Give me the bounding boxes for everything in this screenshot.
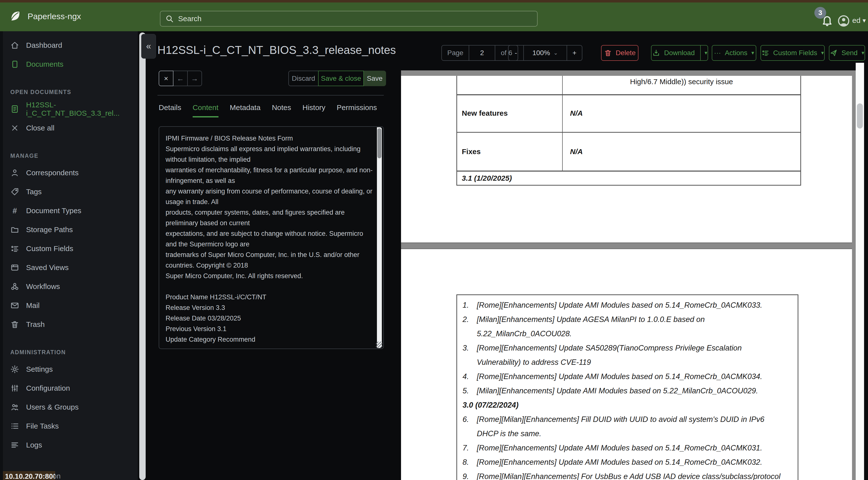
zoom-in-button[interactable]: +	[567, 46, 582, 60]
search-icon	[165, 14, 174, 23]
sidebar-item-configuration[interactable]: Configuration	[3, 379, 138, 397]
pdf-table-version-row: 3.1 (1/20/2025)	[462, 174, 512, 182]
sidebar-edge	[0, 31, 3, 480]
sidebar-item-mail[interactable]: Mail	[3, 296, 138, 315]
table-border	[562, 76, 563, 171]
table-border	[800, 76, 801, 186]
pdf-list-item: 6.[Rome][Milan][Enhancements] Fill DUID …	[463, 412, 793, 441]
sidebar-item-settings[interactable]: Settings	[3, 360, 138, 379]
sidebar-item-trash[interactable]: Trash	[3, 315, 138, 334]
sidebar-item-documents[interactable]: Documents	[3, 55, 138, 73]
tab-notes[interactable]: Notes	[272, 103, 291, 117]
user-avatar-icon[interactable]	[837, 14, 850, 28]
notification-count-badge[interactable]: 3	[814, 7, 826, 19]
delete-button[interactable]: Delete	[601, 45, 639, 61]
tab-content[interactable]: Content	[193, 103, 218, 117]
send-button[interactable]: Send ▾	[829, 45, 865, 61]
close-document-button[interactable]: ×	[159, 71, 174, 86]
tab-metadata[interactable]: Metadata	[230, 103, 260, 117]
table-border	[456, 132, 801, 133]
send-icon	[830, 49, 837, 57]
global-search-input[interactable]: Search	[160, 11, 537, 27]
discard-button[interactable]: Discard	[288, 71, 319, 86]
pdf-table-partial-row: High/6.7 Middle)) security issue	[563, 78, 800, 86]
page-number-input[interactable]: 2	[469, 46, 495, 60]
sidebar-item-document-types[interactable]: #Document Types	[3, 201, 138, 220]
search-placeholder: Search	[178, 14, 202, 23]
pdf-list-item-number: 3.	[463, 341, 477, 369]
table-border	[456, 94, 801, 95]
sidebar-item-storage-paths[interactable]: Storage Paths	[3, 220, 138, 239]
sidebar-item-label: Workflows	[26, 282, 60, 291]
save-button[interactable]: Save	[363, 71, 386, 86]
pdf-list-item-number: 4.	[463, 369, 477, 384]
chevron-down-icon: ▾	[862, 50, 864, 56]
user-menu-caret-icon[interactable]: ▾	[863, 17, 866, 24]
file-tasks-icon	[10, 422, 19, 430]
download-options-caret[interactable]: ▾	[700, 46, 711, 60]
previous-document-button[interactable]: ←	[173, 71, 188, 86]
sidebar-section-header-administration: ADMINISTRATION	[10, 349, 138, 356]
sidebar-item-tags[interactable]: Tags	[3, 182, 138, 201]
actions-button[interactable]: ··· Actions ▾	[712, 45, 756, 61]
save-and-close-button[interactable]: Save & close	[318, 71, 364, 86]
pdf-release-notes-box: 1.[Rome][Enhancements] Update AMI Module…	[456, 294, 798, 480]
content-textarea[interactable]	[159, 126, 384, 349]
sidebar-item-custom-fields[interactable]: Custom Fields	[3, 239, 138, 258]
custom-fields-icon	[762, 49, 769, 57]
documents-icon	[10, 60, 19, 69]
tab-details[interactable]: Details	[159, 103, 181, 117]
sidebar-item-label: Configuration	[26, 384, 70, 392]
send-button-label: Send	[841, 49, 858, 57]
app-brand[interactable]: Paperless-ngx	[8, 10, 81, 23]
sidebar-section-header-manage: MANAGE	[10, 153, 138, 159]
sidebar-scrollbar[interactable]	[139, 32, 146, 480]
sidebar-item-label: H12SSL-i_C_CT_NT_BIOS_3.3_rel...	[26, 101, 138, 117]
sidebar-item-logs[interactable]: Logs	[3, 436, 138, 454]
sidebar-item-workflows[interactable]: Workflows	[3, 277, 138, 296]
sidebar-item-label: Close all	[26, 124, 54, 132]
sidebar-item-file-tasks[interactable]: File Tasks	[3, 417, 138, 436]
pdf-list-item-text: [Rome][Enhancements] Update AMI Modules …	[477, 455, 762, 470]
sidebar-item-close-all[interactable]: Close all	[3, 118, 138, 137]
download-button-label: Download	[664, 49, 695, 57]
content-scrollbar-thumb[interactable]	[377, 128, 381, 158]
sidebar-item-label: Saved Views	[26, 263, 69, 272]
pdf-table-row-value: N/A	[570, 109, 583, 117]
zoom-level-select[interactable]: 100% ⌄	[523, 46, 567, 60]
sidebar-item-label: Dashboard	[26, 41, 62, 50]
dots-icon: ···	[714, 49, 721, 57]
chevron-down-icon: ▾	[751, 50, 754, 56]
pdf-scrollbar-thumb[interactable]	[857, 103, 863, 128]
textarea-resize-handle[interactable]	[376, 342, 382, 348]
chevron-down-icon: ⌄	[554, 50, 558, 56]
pdf-list-item-text: [Rome][Enhancements] Update AMI Modules …	[477, 369, 762, 384]
pdf-list-item-text: [Milan][Enhancements] Update AGESA Milan…	[477, 312, 705, 341]
pdf-page-1	[401, 76, 852, 242]
pdf-list-item-number: 8.	[463, 455, 477, 470]
zoom-out-button[interactable]: -	[508, 46, 523, 60]
sidebar-item-dashboard[interactable]: Dashboard	[3, 36, 138, 55]
sidebar-item-users-groups[interactable]: Users & Groups	[3, 397, 138, 417]
pdf-table-row-label: New features	[462, 109, 508, 117]
collapse-panel-button[interactable]: «	[141, 34, 156, 59]
next-document-button[interactable]: →	[187, 71, 202, 86]
table-border	[456, 76, 457, 186]
custom-fields-button[interactable]: Custom Fields ▾	[761, 45, 825, 61]
tab-permissions[interactable]: Permissions	[337, 103, 377, 117]
pdf-list-milestone: 3.0 (07/22/2024)	[463, 398, 793, 412]
sidebar-item-saved-views[interactable]: Saved Views	[3, 258, 138, 277]
content-scrollbar-track[interactable]	[377, 127, 382, 348]
tabs-divider	[157, 95, 384, 95]
sidebar-item-correspondents[interactable]: Correspondents	[3, 163, 138, 182]
download-button[interactable]: Download ▾	[651, 45, 708, 61]
tab-history[interactable]: History	[302, 103, 325, 117]
username-label[interactable]: ed	[852, 16, 860, 25]
saved-views-icon	[10, 263, 19, 272]
pdf-list-item-number: 1.	[463, 298, 477, 312]
sidebar-item-label: Custom Fields	[26, 244, 73, 253]
sidebar-item-label: Settings	[26, 365, 53, 373]
app-window: Paperless-ngx Search 3 ed ▾ DashboardDoc…	[0, 0, 868, 480]
document-nav-group: × ← →	[159, 71, 202, 86]
sidebar-item-h12ssl-i-c-ct-nt-bios-3-3-rel[interactable]: H12SSL-i_C_CT_NT_BIOS_3.3_rel...	[3, 99, 138, 118]
